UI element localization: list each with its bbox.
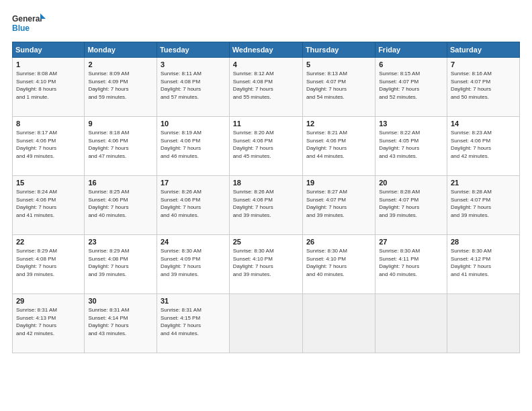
day-number: 15 [16, 179, 81, 187]
day-info: Sunrise: 8:24 AMSunset: 4:06 PMDaylight:… [16, 188, 81, 219]
calendar-cell: 24 Sunrise: 8:30 AMSunset: 4:09 PMDaylig… [157, 235, 229, 294]
day-info: Sunrise: 8:30 AMSunset: 4:09 PMDaylight:… [161, 247, 226, 278]
day-number: 18 [233, 179, 300, 187]
calendar-cell [229, 294, 302, 353]
calendar-week-row: 15 Sunrise: 8:24 AMSunset: 4:06 PMDaylig… [13, 176, 520, 235]
day-number: 24 [161, 238, 226, 246]
day-number: 16 [88, 179, 154, 187]
calendar-cell: 6 Sunrise: 8:15 AMSunset: 4:07 PMDayligh… [375, 58, 447, 117]
day-number: 4 [233, 60, 300, 68]
calendar-cell: 19 Sunrise: 8:27 AMSunset: 4:07 PMDaylig… [302, 176, 375, 235]
col-wednesday: Wednesday [229, 42, 302, 58]
calendar-cell: 3 Sunrise: 8:11 AMSunset: 4:08 PMDayligh… [157, 58, 229, 117]
calendar-cell: 11 Sunrise: 8:20 AMSunset: 4:06 PMDaylig… [229, 117, 302, 176]
day-info: Sunrise: 8:29 AMSunset: 4:08 PMDaylight:… [88, 247, 154, 278]
day-info: Sunrise: 8:28 AMSunset: 4:07 PMDaylight:… [379, 188, 444, 219]
day-number: 30 [88, 297, 154, 305]
day-number: 9 [88, 120, 154, 128]
calendar-cell: 28 Sunrise: 8:30 AMSunset: 4:12 PMDaylig… [447, 235, 519, 294]
day-number: 27 [379, 238, 444, 246]
calendar-week-row: 1 Sunrise: 8:08 AMSunset: 4:10 PMDayligh… [13, 58, 520, 117]
calendar-cell: 9 Sunrise: 8:18 AMSunset: 4:06 PMDayligh… [85, 117, 157, 176]
day-number: 13 [379, 120, 444, 128]
calendar-cell: 20 Sunrise: 8:28 AMSunset: 4:07 PMDaylig… [375, 176, 447, 235]
day-number: 2 [88, 60, 154, 68]
calendar-cell: 21 Sunrise: 8:28 AMSunset: 4:07 PMDaylig… [447, 176, 519, 235]
svg-text:General: General [12, 14, 42, 24]
day-info: Sunrise: 8:31 AMSunset: 4:14 PMDaylight:… [88, 306, 154, 337]
day-info: Sunrise: 8:28 AMSunset: 4:07 PMDaylight:… [451, 188, 517, 219]
day-number: 10 [161, 120, 226, 128]
calendar-cell: 13 Sunrise: 8:22 AMSunset: 4:05 PMDaylig… [375, 117, 447, 176]
svg-text:Blue: Blue [12, 24, 30, 33]
day-info: Sunrise: 8:12 AMSunset: 4:08 PMDaylight:… [233, 70, 300, 101]
day-number: 21 [451, 179, 517, 187]
calendar-page: General Blue Sunday Monday Tuesday Wedne… [0, 0, 532, 411]
day-info: Sunrise: 8:23 AMSunset: 4:06 PMDaylight:… [451, 129, 517, 160]
day-number: 5 [306, 60, 372, 68]
calendar-cell: 30 Sunrise: 8:31 AMSunset: 4:14 PMDaylig… [85, 294, 157, 353]
day-info: Sunrise: 8:26 AMSunset: 4:06 PMDaylight:… [161, 188, 226, 219]
day-info: Sunrise: 8:31 AMSunset: 4:15 PMDaylight:… [161, 306, 226, 337]
day-info: Sunrise: 8:29 AMSunset: 4:08 PMDaylight:… [16, 247, 81, 278]
day-number: 6 [379, 60, 444, 68]
day-info: Sunrise: 8:22 AMSunset: 4:05 PMDaylight:… [379, 129, 444, 160]
day-number: 20 [379, 179, 444, 187]
calendar-cell: 29 Sunrise: 8:31 AMSunset: 4:13 PMDaylig… [13, 294, 85, 353]
svg-marker-2 [40, 13, 46, 19]
col-monday: Monday [85, 42, 157, 58]
day-number: 19 [306, 179, 372, 187]
day-info: Sunrise: 8:30 AMSunset: 4:10 PMDaylight:… [233, 247, 300, 278]
day-number: 25 [233, 238, 300, 246]
day-number: 22 [16, 238, 81, 246]
calendar-cell: 23 Sunrise: 8:29 AMSunset: 4:08 PMDaylig… [85, 235, 157, 294]
day-info: Sunrise: 8:25 AMSunset: 4:06 PMDaylight:… [88, 188, 154, 219]
day-info: Sunrise: 8:21 AMSunset: 4:06 PMDaylight:… [306, 129, 372, 160]
day-info: Sunrise: 8:30 AMSunset: 4:12 PMDaylight:… [451, 247, 517, 278]
col-saturday: Saturday [447, 42, 519, 58]
calendar-week-row: 29 Sunrise: 8:31 AMSunset: 4:13 PMDaylig… [13, 294, 520, 353]
calendar-cell: 25 Sunrise: 8:30 AMSunset: 4:10 PMDaylig… [229, 235, 302, 294]
col-sunday: Sunday [13, 42, 85, 58]
day-info: Sunrise: 8:11 AMSunset: 4:08 PMDaylight:… [161, 70, 226, 101]
day-number: 31 [161, 297, 226, 305]
day-number: 14 [451, 120, 517, 128]
day-number: 23 [88, 238, 154, 246]
day-info: Sunrise: 8:30 AMSunset: 4:10 PMDaylight:… [306, 247, 372, 278]
calendar-cell: 1 Sunrise: 8:08 AMSunset: 4:10 PMDayligh… [13, 58, 85, 117]
calendar-cell: 10 Sunrise: 8:19 AMSunset: 4:06 PMDaylig… [157, 117, 229, 176]
logo-svg: General Blue [12, 12, 46, 36]
day-number: 1 [16, 60, 81, 68]
calendar-cell: 8 Sunrise: 8:17 AMSunset: 4:06 PMDayligh… [13, 117, 85, 176]
day-info: Sunrise: 8:08 AMSunset: 4:10 PMDaylight:… [16, 70, 81, 101]
day-number: 8 [16, 120, 81, 128]
day-number: 3 [161, 60, 226, 68]
calendar-cell: 27 Sunrise: 8:30 AMSunset: 4:11 PMDaylig… [375, 235, 447, 294]
calendar-cell: 22 Sunrise: 8:29 AMSunset: 4:08 PMDaylig… [13, 235, 85, 294]
day-info: Sunrise: 8:19 AMSunset: 4:06 PMDaylight:… [161, 129, 226, 160]
calendar-cell [375, 294, 447, 353]
day-number: 17 [161, 179, 226, 187]
day-info: Sunrise: 8:27 AMSunset: 4:07 PMDaylight:… [306, 188, 372, 219]
calendar-table: Sunday Monday Tuesday Wednesday Thursday… [12, 42, 520, 353]
calendar-cell: 18 Sunrise: 8:26 AMSunset: 4:06 PMDaylig… [229, 176, 302, 235]
day-number: 29 [16, 297, 81, 305]
day-number: 7 [451, 60, 517, 68]
logo: General Blue [12, 12, 46, 36]
calendar-cell: 26 Sunrise: 8:30 AMSunset: 4:10 PMDaylig… [302, 235, 375, 294]
page-header: General Blue [12, 12, 520, 36]
calendar-cell: 16 Sunrise: 8:25 AMSunset: 4:06 PMDaylig… [85, 176, 157, 235]
calendar-cell [302, 294, 375, 353]
col-thursday: Thursday [302, 42, 375, 58]
day-number: 11 [233, 120, 300, 128]
calendar-cell: 12 Sunrise: 8:21 AMSunset: 4:06 PMDaylig… [302, 117, 375, 176]
calendar-cell: 31 Sunrise: 8:31 AMSunset: 4:15 PMDaylig… [157, 294, 229, 353]
day-info: Sunrise: 8:17 AMSunset: 4:06 PMDaylight:… [16, 129, 81, 160]
day-info: Sunrise: 8:20 AMSunset: 4:06 PMDaylight:… [233, 129, 300, 160]
calendar-header-row: Sunday Monday Tuesday Wednesday Thursday… [13, 42, 520, 58]
calendar-cell [447, 294, 519, 353]
calendar-cell: 4 Sunrise: 8:12 AMSunset: 4:08 PMDayligh… [229, 58, 302, 117]
day-number: 12 [306, 120, 372, 128]
calendar-cell: 14 Sunrise: 8:23 AMSunset: 4:06 PMDaylig… [447, 117, 519, 176]
day-info: Sunrise: 8:18 AMSunset: 4:06 PMDaylight:… [88, 129, 154, 160]
